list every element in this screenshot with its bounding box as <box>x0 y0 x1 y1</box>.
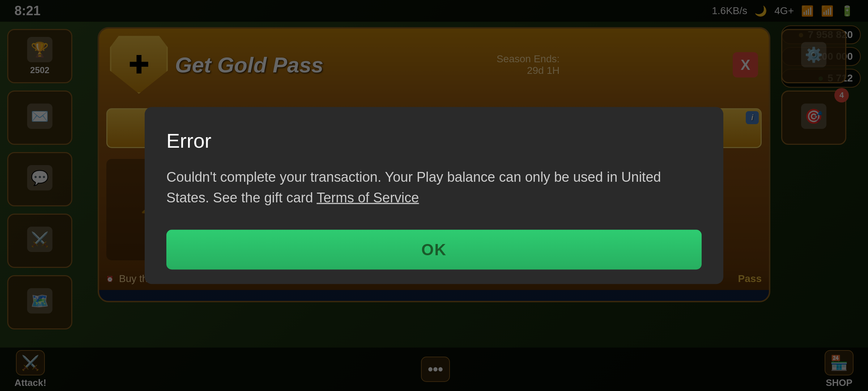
ok-label: OK <box>421 241 447 258</box>
error-title: Error <box>166 129 702 152</box>
terms-of-service-link[interactable]: Terms of Service <box>316 190 419 205</box>
ok-button[interactable]: OK <box>166 230 702 270</box>
error-message: Couldn't complete your transaction. Your… <box>166 167 702 208</box>
error-dialog: Error Couldn't complete your transaction… <box>145 107 723 284</box>
